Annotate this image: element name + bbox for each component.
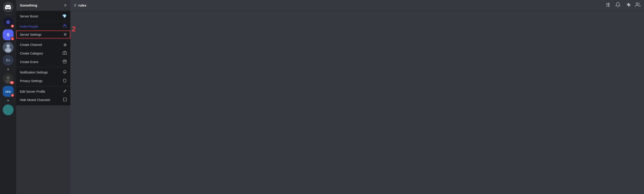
server-badge-dark: 27 — [9, 81, 14, 84]
server-list-divider — [4, 15, 12, 15]
server-letter-s: S — [7, 33, 10, 37]
context-menu: Server Boost 💎 Invite People Server Sett… — [16, 11, 70, 105]
channel-hash-symbol: # — [74, 3, 76, 8]
server-badge-s: 1 — [10, 37, 14, 41]
threads-icon[interactable] — [605, 2, 611, 9]
svg-rect-17 — [63, 98, 66, 101]
menu-label-notification-settings: Notification Settings — [20, 70, 48, 74]
notification-icon[interactable] — [615, 2, 620, 9]
server-boost-icon: 💎 — [62, 14, 67, 18]
scroll-arrow-down2: ▼ — [7, 99, 10, 103]
channel-name: rules — [78, 4, 86, 7]
server-settings-icon: ⚙ — [64, 32, 67, 37]
topbar-left: # rules — [74, 3, 86, 8]
server-icon-home[interactable] — [3, 2, 14, 13]
menu-item-invite-people[interactable]: Invite People — [16, 22, 70, 31]
menu-item-server-settings[interactable]: Server Settings ⚙ — [16, 31, 70, 38]
create-channel-icon: ⊕ — [63, 42, 67, 47]
topbar: # rules — [70, 0, 644, 11]
svg-point-8 — [6, 44, 10, 48]
svg-point-6 — [8, 22, 9, 23]
server-icon-teal[interactable] — [3, 105, 14, 115]
channel-sidebar: Something ✕ Server Boost 💎 Invite People… — [16, 0, 70, 194]
svg-point-22 — [636, 3, 638, 5]
server-icon-fifa[interactable]: FIFA 2 — [3, 86, 14, 97]
menu-item-notification-settings[interactable]: Notification Settings — [16, 68, 70, 77]
server-text-es: Es — [6, 58, 10, 62]
server-badge-fifa: 2 — [10, 93, 14, 97]
hide-muted-channels-icon — [63, 98, 67, 102]
svg-rect-5 — [8, 24, 8, 24]
create-event-icon — [63, 59, 67, 64]
server-name-bar[interactable]: Something ✕ — [16, 0, 70, 11]
menu-label-invite-people: Invite People — [20, 25, 38, 28]
menu-separator-2 — [16, 39, 70, 40]
menu-label-privacy-settings: Privacy Settings — [20, 79, 42, 83]
server-name: Something — [20, 4, 38, 7]
svg-point-9 — [5, 48, 11, 52]
privacy-settings-icon — [63, 78, 67, 83]
svg-rect-2 — [6, 22, 7, 23]
menu-separator-1 — [16, 21, 70, 21]
scroll-arrow-down: ▼ — [7, 67, 10, 71]
annotation-badge-2: 2 — [72, 25, 76, 33]
edit-server-profile-icon — [63, 89, 67, 94]
menu-separator-4 — [16, 86, 70, 86]
menu-item-hide-muted-channels[interactable]: Hide Muted Channels — [16, 96, 70, 104]
main-content: # rules — [70, 0, 644, 194]
menu-separator-3 — [16, 67, 70, 67]
server-list: 8 S 1 Es ▼ 27 — [0, 0, 16, 194]
menu-label-edit-server-profile: Edit Server Profile — [20, 90, 45, 93]
menu-item-create-category[interactable]: Create Category — [16, 49, 70, 58]
menu-label-create-event: Create Event — [20, 60, 38, 64]
svg-rect-4 — [8, 20, 8, 21]
menu-item-create-event[interactable]: Create Event — [16, 58, 70, 66]
member-list-icon[interactable] — [635, 2, 640, 9]
server-icon-es[interactable]: Es — [3, 55, 14, 66]
server-icon-dark[interactable]: 27 — [3, 73, 14, 84]
menu-item-create-channel[interactable]: Create Channel ⊕ — [16, 40, 70, 49]
chat-area — [70, 11, 644, 194]
menu-item-privacy-settings[interactable]: Privacy Settings — [16, 77, 70, 85]
menu-item-server-boost[interactable]: Server Boost 💎 — [16, 12, 70, 20]
server-icon-photo[interactable] — [3, 42, 14, 53]
topbar-right — [605, 2, 640, 9]
notification-settings-icon — [63, 70, 67, 75]
menu-label-server-boost: Server Boost — [20, 15, 38, 18]
menu-label-server-settings: Server Settings — [20, 33, 42, 36]
create-category-icon — [63, 51, 67, 56]
server-icon-s[interactable]: S 1 — [3, 29, 14, 40]
svg-text:FIFA: FIFA — [6, 90, 11, 93]
invite-people-icon — [63, 24, 67, 29]
menu-item-edit-server-profile[interactable]: Edit Server Profile — [16, 87, 70, 96]
menu-label-hide-muted-channels: Hide Muted Channels — [20, 98, 50, 102]
svg-point-11 — [6, 76, 10, 79]
menu-label-create-category: Create Category — [20, 52, 43, 55]
pin-icon[interactable] — [625, 2, 630, 9]
server-badge-chip: 8 — [10, 24, 14, 28]
svg-rect-3 — [10, 22, 10, 23]
close-menu-button[interactable]: ✕ — [64, 3, 67, 8]
menu-label-create-channel: Create Channel — [20, 43, 42, 47]
server-icon-chip[interactable]: 8 — [3, 17, 14, 28]
